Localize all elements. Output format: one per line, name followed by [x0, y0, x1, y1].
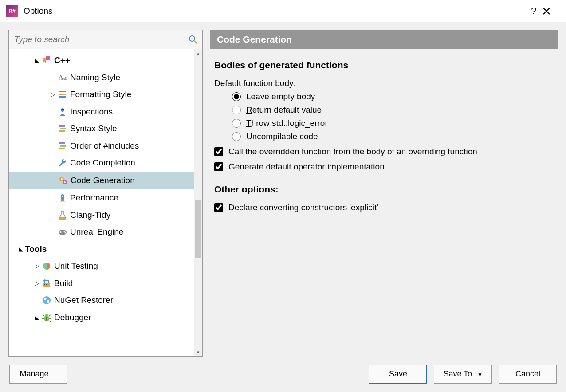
- chevron-right-icon[interactable]: ▷: [49, 90, 57, 98]
- tree-item-build[interactable]: ▷Build: [9, 275, 202, 292]
- check-call-overridden-box[interactable]: [214, 147, 223, 156]
- svg-rect-3: [59, 91, 66, 92]
- chevron-right-icon[interactable]: ▷: [33, 262, 41, 270]
- scroll-up-icon[interactable]: ▴: [194, 49, 202, 57]
- tree-item-code-completion[interactable]: Code Completion: [9, 154, 202, 172]
- tree-item-label: Code Generation: [71, 174, 135, 187]
- chevron-down-icon[interactable]: ◢: [17, 245, 25, 253]
- save-to-button[interactable]: Save To▼: [434, 365, 492, 384]
- help-button[interactable]: ?: [525, 5, 542, 17]
- check-explicit-constructors-label: Declare converting constructors 'explici…: [228, 203, 378, 212]
- tree-item-label: Unreal Engine: [70, 226, 123, 239]
- tree-item-clang-tidy[interactable]: Clang-Tidy: [9, 207, 202, 224]
- svg-point-21: [65, 232, 66, 234]
- check-explicit-constructors-box[interactable]: [214, 203, 223, 212]
- svg-point-26: [43, 296, 51, 304]
- tree-item-nuget-restorer[interactable]: NuGet Restorer: [9, 292, 202, 309]
- content-area: ◢+C++AaNaming Style▷Formatting StyleInsp…: [0, 22, 566, 357]
- options-window: R# Options ? ◢+C++AaNaming Style▷Formatt…: [0, 0, 566, 392]
- check-default-operator-label: Generate default operator implementation: [228, 162, 385, 172]
- sidebar: ◢+C++AaNaming Style▷Formatting StyleInsp…: [8, 30, 203, 357]
- chevron-down-icon[interactable]: ◢: [33, 56, 41, 64]
- section-bodies-title: Bodies of generated functions: [214, 60, 554, 71]
- tree-item-label: Unit Testing: [54, 260, 98, 273]
- tree-item-label: Clang-Tidy: [70, 209, 110, 222]
- svg-rect-4: [59, 94, 66, 95]
- options-tree[interactable]: ◢+C++AaNaming Style▷Formatting StyleInsp…: [9, 49, 202, 356]
- svg-rect-7: [61, 109, 64, 110]
- chevron-down-icon[interactable]: ◢: [33, 314, 41, 321]
- tree-item-debugger[interactable]: ◢Debugger: [9, 309, 202, 326]
- aa-icon: Aa: [57, 73, 68, 82]
- tree-item-label: Debugger: [54, 311, 91, 324]
- tree-item-syntax-style[interactable]: Syntax Style: [9, 120, 202, 137]
- chevron-right-icon[interactable]: ▷: [33, 279, 41, 287]
- svg-point-30: [45, 314, 48, 317]
- tree-item-c-[interactable]: ◢+C++: [9, 52, 202, 69]
- check-default-operator-box[interactable]: [214, 162, 223, 171]
- svg-rect-8: [59, 125, 65, 127]
- search-icon[interactable]: [184, 35, 202, 44]
- tree-item-code-generation[interactable]: Code Generation: [9, 172, 202, 190]
- flask-icon: [57, 210, 68, 220]
- bug-icon: [41, 313, 52, 322]
- panel-body: Bodies of generated functions Default fu…: [210, 49, 558, 357]
- main-panel: Code Generation Bodies of generated func…: [203, 30, 566, 357]
- radio-body-option-3[interactable]: Uncompilable code: [232, 132, 554, 141]
- build-icon: [41, 278, 52, 288]
- tree-item-label: Code Completion: [70, 157, 135, 169]
- tree-item-label: Order of #includes: [70, 140, 139, 153]
- svg-rect-5: [59, 96, 66, 98]
- gamepad-icon: [57, 227, 68, 237]
- tree-item-naming-style[interactable]: AaNaming Style: [9, 69, 202, 86]
- svg-rect-10: [59, 130, 65, 132]
- tree-item-label: NuGet Restorer: [54, 294, 113, 307]
- radio-body-option-0[interactable]: Leave empty body: [232, 92, 554, 102]
- svg-point-20: [64, 231, 65, 232]
- scroll-down-icon[interactable]: ▾: [194, 348, 202, 356]
- svg-rect-25: [46, 284, 47, 285]
- svg-point-18: [62, 196, 63, 197]
- scrollbar-thumb[interactable]: [195, 200, 201, 258]
- radio-body-option-1[interactable]: Return default value: [232, 105, 554, 115]
- tree-item-label: Tools: [25, 243, 47, 256]
- cancel-button[interactable]: Cancel: [499, 365, 557, 384]
- svg-text:+: +: [44, 60, 47, 64]
- rocket-icon: [57, 193, 68, 203]
- default-body-label: Default function body:: [214, 78, 554, 88]
- radio-body-option-0-label: Leave empty body: [246, 92, 315, 102]
- svg-point-17: [64, 181, 66, 183]
- radio-body-option-2[interactable]: Throw std::logic_error: [232, 118, 554, 128]
- radio-body-option-1-input[interactable]: [232, 106, 241, 114]
- tree-item-formatting-style[interactable]: ▷Formatting Style: [9, 86, 202, 103]
- close-button[interactable]: [542, 7, 560, 15]
- radio-body-option-2-input[interactable]: [232, 119, 241, 128]
- tree-item-unreal-engine[interactable]: Unreal Engine: [9, 223, 202, 241]
- check-default-operator[interactable]: Generate default operator implementation: [214, 162, 554, 172]
- svg-point-15: [61, 178, 63, 180]
- tree-item-label: Build: [54, 277, 73, 290]
- tree-item-tools[interactable]: ◢Tools: [9, 241, 202, 258]
- tree-item-inspections[interactable]: Inspections: [9, 103, 202, 121]
- search-input[interactable]: [9, 30, 184, 49]
- check-explicit-constructors[interactable]: Declare converting constructors 'explici…: [214, 203, 554, 212]
- check-call-overridden[interactable]: Call the overridden function from the bo…: [214, 147, 554, 157]
- save-button[interactable]: Save: [369, 365, 427, 384]
- svg-rect-9: [60, 128, 66, 129]
- manage-button[interactable]: Manage…: [9, 365, 67, 384]
- radio-body-option-0-input[interactable]: [232, 92, 241, 101]
- svg-point-27: [44, 298, 47, 300]
- panel-header: Code Generation: [210, 30, 558, 49]
- tree-item-order-of-includes[interactable]: Order of #includes: [9, 137, 202, 155]
- tree-item-performance[interactable]: Performance: [9, 189, 202, 207]
- circle-icon: [41, 261, 52, 271]
- scrollbar[interactable]: ▴ ▾: [194, 49, 202, 356]
- footer: Manage… Save Save To▼ Cancel: [0, 357, 566, 392]
- radio-body-option-3-label: Uncompilable code: [246, 132, 318, 141]
- tree-item-unit-testing[interactable]: ▷Unit Testing: [9, 258, 202, 275]
- radio-body-option-3-input[interactable]: [232, 132, 241, 141]
- chevron-down-icon: ▼: [477, 372, 483, 378]
- search-box: [9, 30, 202, 49]
- gears-icon: [57, 176, 69, 185]
- tree-item-label: Formatting Style: [70, 88, 131, 101]
